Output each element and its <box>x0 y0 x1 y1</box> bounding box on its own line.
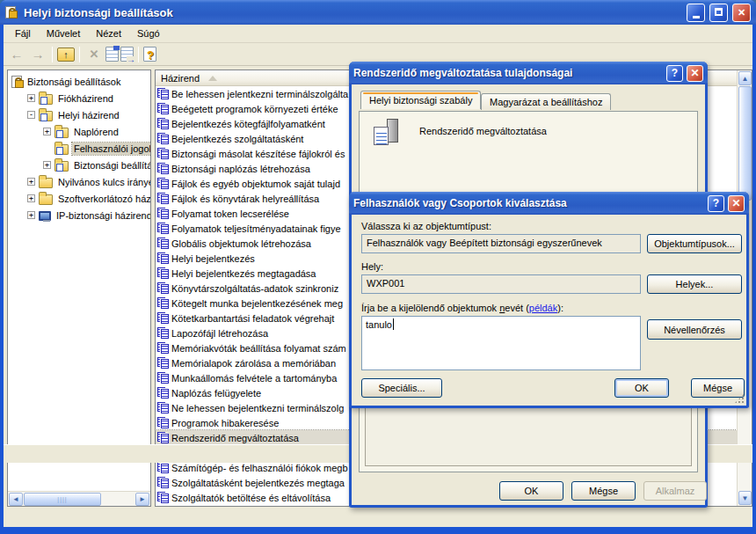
scroll-up-icon[interactable]: ▲ <box>738 71 752 85</box>
list-item-label: Kötegelt munka bejelentkezésének meg <box>171 298 343 309</box>
help-icon[interactable] <box>143 47 156 62</box>
location-label: Hely: <box>361 261 383 272</box>
policy-name-label: Rendszeridő megváltoztatása <box>419 126 547 136</box>
object-names-label: Írja be a kijelölendő objektumok nevét (… <box>361 303 563 313</box>
toolbar-separator <box>52 47 53 62</box>
close-button[interactable]: ✕ <box>732 4 751 22</box>
policy-icon <box>157 402 169 413</box>
menu-view[interactable]: Nézet <box>88 26 129 41</box>
tab-local-security-setting[interactable]: Helyi biztonsági szabály <box>360 91 481 109</box>
expand-toggle[interactable]: + <box>27 211 35 219</box>
tree-item[interactable]: -Helyi házirend <box>8 106 150 123</box>
export-list-icon[interactable] <box>120 47 134 62</box>
delete-icon[interactable] <box>84 46 104 63</box>
list-item-label: Fájlok és könyvtárak helyreállítása <box>171 194 319 204</box>
up-folder-icon[interactable] <box>57 48 75 62</box>
tree-item[interactable]: +Naplórend <box>8 123 150 140</box>
minimize-button[interactable] <box>687 4 705 22</box>
select-users-dialog-titlebar[interactable]: Felhasználók vagy Csoportok kiválasztása… <box>349 192 749 215</box>
menu-action[interactable]: Művelet <box>39 26 89 41</box>
maximize-button[interactable] <box>709 4 728 22</box>
expand-toggle[interactable]: + <box>27 178 35 186</box>
object-names-input[interactable]: tanulo <box>361 316 641 370</box>
tree-item[interactable]: +Nyilvános kulcs irányelvei <box>8 173 150 190</box>
back-icon[interactable] <box>7 46 26 63</box>
main-titlebar[interactable]: Helyi biztonsági beállítások ✕ <box>0 0 756 25</box>
list-item-label: Munkaállomás felvétele a tartományba <box>171 373 337 384</box>
tree-item[interactable]: +Szoftverkorlátozó házirend <box>8 190 150 207</box>
help-button[interactable]: ? <box>666 65 683 82</box>
list-item-label: Ne lehessen bejelentkezni terminálszolg <box>171 403 344 413</box>
tree-item[interactable]: +Fiókházirend <box>8 90 150 106</box>
scroll-right-icon[interactable]: ► <box>135 493 149 506</box>
tree-item-label: Biztonsági beállítások <box>25 76 122 88</box>
object-type-field[interactable]: Felhasználók vagy Beépített biztonsági e… <box>361 234 641 253</box>
scroll-thumb[interactable] <box>738 86 752 201</box>
policy-icon <box>157 103 169 114</box>
scroll-thumb[interactable]: |||| <box>24 493 101 506</box>
cancel-button[interactable]: Mégse <box>571 481 636 501</box>
ok-button[interactable]: OK <box>499 481 563 501</box>
toolbar-separator <box>138 47 139 62</box>
policy-icon <box>157 342 169 354</box>
tree-item[interactable]: Biztonsági beállítások <box>8 73 150 90</box>
check-names-button[interactable]: Névellenőrzés <box>647 319 742 340</box>
tree-panel: Biztonsági beállítások+Fiókházirend-Hely… <box>7 69 151 507</box>
policy-icon <box>157 432 169 443</box>
list-item-label: Bejelentkezés szolgáltatásként <box>171 134 303 144</box>
tree-item[interactable]: Felhasználói jogok kios <box>8 140 150 157</box>
expand-toggle[interactable]: - <box>27 111 35 119</box>
menu-file[interactable]: Fájl <box>7 26 39 41</box>
policy-icon <box>157 118 169 129</box>
dialog-title: Rendszeridő megváltoztatása tulajdonsága… <box>353 67 663 79</box>
list-item-label: Beégetett programok környezeti értéke <box>171 104 338 114</box>
policy-icon <box>157 267 169 279</box>
list-item-label: Lapozófájl létrehozása <box>171 328 268 339</box>
policy-icon <box>157 372 169 384</box>
list-item-label: Naplózás felügyelete <box>171 388 261 399</box>
scroll-left-icon[interactable]: ◄ <box>9 493 23 506</box>
forward-icon[interactable] <box>28 46 47 63</box>
policy-icon <box>157 357 169 369</box>
expand-toggle[interactable]: + <box>43 161 51 169</box>
properties-dialog-titlebar[interactable]: Rendszeridő megváltoztatása tulajdonsága… <box>349 62 708 84</box>
properties-icon[interactable] <box>105 47 119 62</box>
tree-item-label: Nyilvános kulcs irányelvei <box>56 176 150 188</box>
tree-item-label: Biztonsági beállítások <box>72 159 150 172</box>
tab-explain[interactable]: Magyarázat a beállításhoz <box>481 93 611 110</box>
list-item-label: Rendszeridő megváltoztatása <box>171 433 299 443</box>
policy-icon <box>157 148 169 159</box>
cancel-button[interactable]: Mégse <box>691 378 745 398</box>
tree-horizontal-scrollbar[interactable]: ◄ |||| ► <box>8 491 150 506</box>
close-icon[interactable]: ✕ <box>687 65 703 82</box>
policy-icon <box>157 133 169 144</box>
toolbar-separator <box>79 47 80 62</box>
tree-item-label: Szoftverkorlátozó házirend <box>56 193 150 205</box>
list-item-label: Globális objektumok létrehozása <box>171 238 311 249</box>
menu-help[interactable]: Súgó <box>129 26 168 41</box>
tree-item[interactable]: +IP-biztonsági házirendek - <box>8 207 150 223</box>
expand-toggle[interactable]: + <box>27 194 35 202</box>
advanced-button[interactable]: Speciális... <box>361 378 442 398</box>
locations-button[interactable]: Helyek... <box>647 274 742 294</box>
list-item-label: Szolgáltatásként bejelentkezés megtaga <box>171 478 345 488</box>
help-button[interactable]: ? <box>708 195 724 212</box>
expand-toggle[interactable]: + <box>43 128 51 135</box>
list-item-label: Biztonsági másolat készítése fájlokról é… <box>171 149 345 159</box>
list-item-label: Helyi bejelentkezés megtagadása <box>171 268 316 279</box>
gpo-folder-icon <box>55 128 69 138</box>
object-types-button[interactable]: Objektumtípusok... <box>647 234 742 253</box>
scroll-down-icon[interactable]: ▼ <box>738 491 752 505</box>
expand-toggle[interactable]: + <box>27 94 35 102</box>
examples-link[interactable]: példák <box>529 303 557 313</box>
list-item-label: Számítógép- és felhasználói fiókok megb <box>171 463 348 473</box>
tree-item-label: Felhasználói jogok kios <box>72 143 150 155</box>
apply-button: Alkalmaz <box>643 481 707 501</box>
tree-item[interactable]: +Biztonsági beállítások <box>8 157 150 173</box>
list-item-label: Be lehessen jelentkezni terminálszolgált… <box>171 89 348 99</box>
ok-button[interactable]: OK <box>614 378 669 398</box>
menu-bar: FájlMűveletNézetSúgó <box>4 25 752 43</box>
close-icon[interactable]: ✕ <box>728 195 745 212</box>
policy-icon <box>157 312 169 324</box>
location-field[interactable]: WXP001 <box>361 274 641 294</box>
